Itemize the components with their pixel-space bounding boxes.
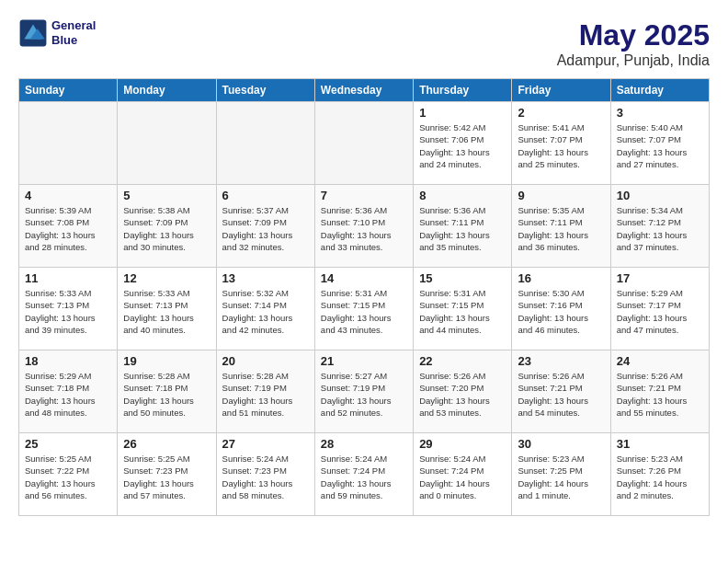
day-number: 26: [123, 437, 210, 451]
day-info: Sunrise: 5:33 AM Sunset: 7:13 PM Dayligh…: [25, 287, 111, 336]
calendar-title: May 2025: [557, 18, 710, 52]
day-number: 22: [419, 354, 506, 368]
week-row-1: 1Sunrise: 5:42 AM Sunset: 7:06 PM Daylig…: [19, 102, 710, 185]
day-number: 12: [123, 271, 210, 285]
day-number: 7: [321, 189, 407, 202]
day-number: 4: [25, 189, 111, 202]
day-info: Sunrise: 5:29 AM Sunset: 7:17 PM Dayligh…: [617, 287, 703, 336]
calendar-cell: 15Sunrise: 5:31 AM Sunset: 7:15 PM Dayli…: [414, 268, 512, 350]
week-row-2: 4Sunrise: 5:39 AM Sunset: 7:08 PM Daylig…: [19, 185, 710, 268]
calendar-cell: [216, 102, 314, 185]
calendar-cell: 26Sunrise: 5:25 AM Sunset: 7:23 PM Dayli…: [118, 433, 216, 516]
day-number: 23: [518, 354, 604, 368]
day-info: Sunrise: 5:30 AM Sunset: 7:16 PM Dayligh…: [518, 287, 604, 336]
weekday-header-row: SundayMondayTuesdayWednesdayThursdayFrid…: [19, 79, 710, 102]
day-number: 2: [518, 106, 604, 120]
day-info: Sunrise: 5:37 AM Sunset: 7:09 PM Dayligh…: [222, 204, 309, 253]
weekday-wednesday: Wednesday: [314, 79, 413, 102]
day-number: 19: [123, 354, 210, 368]
calendar-cell: 29Sunrise: 5:24 AM Sunset: 7:24 PM Dayli…: [414, 433, 512, 516]
day-info: Sunrise: 5:23 AM Sunset: 7:25 PM Dayligh…: [518, 453, 604, 501]
day-info: Sunrise: 5:26 AM Sunset: 7:21 PM Dayligh…: [518, 370, 604, 419]
calendar-cell: 22Sunrise: 5:26 AM Sunset: 7:20 PM Dayli…: [414, 350, 512, 433]
page-header: General Blue May 2025 Adampur, Punjab, I…: [18, 18, 710, 69]
calendar-cell: [314, 102, 413, 185]
calendar-cell: 8Sunrise: 5:36 AM Sunset: 7:11 PM Daylig…: [414, 185, 512, 268]
day-info: Sunrise: 5:40 AM Sunset: 7:07 PM Dayligh…: [617, 121, 703, 170]
day-number: 13: [222, 271, 309, 285]
calendar-cell: 2Sunrise: 5:41 AM Sunset: 7:07 PM Daylig…: [512, 102, 610, 185]
logo-line1: General: [51, 18, 96, 33]
calendar-cell: 30Sunrise: 5:23 AM Sunset: 7:25 PM Dayli…: [512, 433, 610, 516]
day-number: 6: [222, 189, 309, 202]
week-row-3: 11Sunrise: 5:33 AM Sunset: 7:13 PM Dayli…: [19, 268, 710, 350]
calendar-cell: 10Sunrise: 5:34 AM Sunset: 7:12 PM Dayli…: [610, 185, 709, 268]
day-info: Sunrise: 5:28 AM Sunset: 7:19 PM Dayligh…: [222, 370, 309, 419]
day-number: 31: [617, 437, 703, 451]
day-info: Sunrise: 5:41 AM Sunset: 7:07 PM Dayligh…: [518, 121, 604, 170]
day-info: Sunrise: 5:42 AM Sunset: 7:06 PM Dayligh…: [419, 121, 506, 170]
calendar-body: 1Sunrise: 5:42 AM Sunset: 7:06 PM Daylig…: [19, 102, 710, 516]
day-number: 8: [419, 189, 506, 202]
calendar-cell: 21Sunrise: 5:27 AM Sunset: 7:19 PM Dayli…: [314, 350, 413, 433]
calendar-subtitle: Adampur, Punjab, India: [557, 52, 710, 69]
weekday-thursday: Thursday: [414, 79, 512, 102]
day-info: Sunrise: 5:34 AM Sunset: 7:12 PM Dayligh…: [617, 204, 703, 253]
day-number: 20: [222, 354, 309, 368]
day-number: 9: [518, 189, 604, 202]
day-info: Sunrise: 5:31 AM Sunset: 7:15 PM Dayligh…: [419, 287, 506, 336]
day-info: Sunrise: 5:28 AM Sunset: 7:18 PM Dayligh…: [123, 370, 210, 419]
weekday-monday: Monday: [118, 79, 216, 102]
day-info: Sunrise: 5:24 AM Sunset: 7:24 PM Dayligh…: [419, 453, 506, 501]
logo-line2: Blue: [51, 33, 96, 48]
logo-icon: [18, 18, 48, 48]
logo: General Blue: [18, 18, 96, 48]
day-info: Sunrise: 5:31 AM Sunset: 7:15 PM Dayligh…: [321, 287, 407, 336]
day-number: 29: [419, 437, 506, 451]
calendar-cell: 19Sunrise: 5:28 AM Sunset: 7:18 PM Dayli…: [118, 350, 216, 433]
day-info: Sunrise: 5:27 AM Sunset: 7:19 PM Dayligh…: [321, 370, 407, 419]
calendar-cell: 3Sunrise: 5:40 AM Sunset: 7:07 PM Daylig…: [610, 102, 709, 185]
weekday-saturday: Saturday: [610, 79, 709, 102]
calendar-cell: 17Sunrise: 5:29 AM Sunset: 7:17 PM Dayli…: [610, 268, 709, 350]
day-number: 10: [617, 189, 703, 202]
day-info: Sunrise: 5:26 AM Sunset: 7:20 PM Dayligh…: [419, 370, 506, 419]
calendar-cell: 14Sunrise: 5:31 AM Sunset: 7:15 PM Dayli…: [314, 268, 413, 350]
calendar-cell: 1Sunrise: 5:42 AM Sunset: 7:06 PM Daylig…: [414, 102, 512, 185]
day-info: Sunrise: 5:33 AM Sunset: 7:13 PM Dayligh…: [123, 287, 210, 336]
calendar-cell: 31Sunrise: 5:23 AM Sunset: 7:26 PM Dayli…: [610, 433, 709, 516]
calendar-cell: 13Sunrise: 5:32 AM Sunset: 7:14 PM Dayli…: [216, 268, 314, 350]
day-info: Sunrise: 5:29 AM Sunset: 7:18 PM Dayligh…: [25, 370, 111, 419]
logo-text: General Blue: [51, 18, 96, 47]
calendar-cell: 28Sunrise: 5:24 AM Sunset: 7:24 PM Dayli…: [314, 433, 413, 516]
weekday-tuesday: Tuesday: [216, 79, 314, 102]
day-number: 16: [518, 271, 604, 285]
calendar-cell: 4Sunrise: 5:39 AM Sunset: 7:08 PM Daylig…: [19, 185, 118, 268]
calendar-cell: 25Sunrise: 5:25 AM Sunset: 7:22 PM Dayli…: [19, 433, 118, 516]
calendar-cell: 5Sunrise: 5:38 AM Sunset: 7:09 PM Daylig…: [118, 185, 216, 268]
calendar-cell: 16Sunrise: 5:30 AM Sunset: 7:16 PM Dayli…: [512, 268, 610, 350]
calendar-cell: 12Sunrise: 5:33 AM Sunset: 7:13 PM Dayli…: [118, 268, 216, 350]
weekday-friday: Friday: [512, 79, 610, 102]
day-number: 24: [617, 354, 703, 368]
day-number: 14: [321, 271, 407, 285]
day-number: 28: [321, 437, 407, 451]
calendar-cell: 18Sunrise: 5:29 AM Sunset: 7:18 PM Dayli…: [19, 350, 118, 433]
day-number: 15: [419, 271, 506, 285]
calendar-cell: 11Sunrise: 5:33 AM Sunset: 7:13 PM Dayli…: [19, 268, 118, 350]
calendar-cell: 24Sunrise: 5:26 AM Sunset: 7:21 PM Dayli…: [610, 350, 709, 433]
day-number: 18: [25, 354, 111, 368]
day-number: 30: [518, 437, 604, 451]
day-number: 27: [222, 437, 309, 451]
calendar-cell: 9Sunrise: 5:35 AM Sunset: 7:11 PM Daylig…: [512, 185, 610, 268]
day-info: Sunrise: 5:35 AM Sunset: 7:11 PM Dayligh…: [518, 204, 604, 253]
day-number: 25: [25, 437, 111, 451]
calendar-table: SundayMondayTuesdayWednesdayThursdayFrid…: [18, 78, 710, 516]
calendar-cell: 20Sunrise: 5:28 AM Sunset: 7:19 PM Dayli…: [216, 350, 314, 433]
calendar-cell: 23Sunrise: 5:26 AM Sunset: 7:21 PM Dayli…: [512, 350, 610, 433]
calendar-cell: 27Sunrise: 5:24 AM Sunset: 7:23 PM Dayli…: [216, 433, 314, 516]
day-info: Sunrise: 5:23 AM Sunset: 7:26 PM Dayligh…: [617, 453, 703, 501]
day-number: 17: [617, 271, 703, 285]
day-info: Sunrise: 5:25 AM Sunset: 7:22 PM Dayligh…: [25, 453, 111, 501]
week-row-5: 25Sunrise: 5:25 AM Sunset: 7:22 PM Dayli…: [19, 433, 710, 516]
